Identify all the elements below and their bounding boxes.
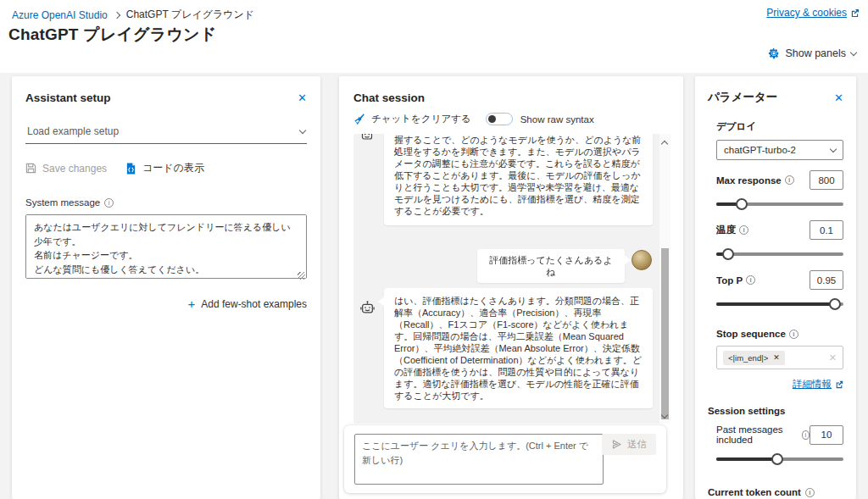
- broom-icon: [353, 114, 365, 125]
- more-info-link[interactable]: 詳細情報: [708, 378, 843, 391]
- chat-session-title: Chat session: [353, 91, 425, 104]
- top-p-input[interactable]: [810, 270, 843, 290]
- show-raw-syntax-toggle[interactable]: [486, 113, 513, 125]
- parameters-title: パラメーター: [708, 90, 777, 105]
- breadcrumb-root-link[interactable]: Azure OpenAI Studio: [12, 9, 108, 21]
- max-response-input[interactable]: [810, 170, 843, 190]
- save-icon: [25, 163, 36, 174]
- load-example-dropdown[interactable]: Load example setup: [25, 121, 307, 144]
- send-button[interactable]: 送信: [602, 434, 656, 455]
- chevron-down-icon: [830, 145, 837, 152]
- save-changes-button[interactable]: Save changes: [25, 163, 107, 175]
- chat-messages-area: タを丁寧に見ることが大切です。データの傾向や特徴を把握することで、どのようなモデ…: [353, 134, 670, 424]
- toggle-knob: [488, 115, 496, 123]
- show-raw-syntax-label: Show raw syntax: [520, 114, 594, 125]
- user-message-text: 評価指標ってたくさんあるよね: [489, 255, 612, 277]
- gear-icon: [768, 47, 780, 59]
- add-few-shot-button[interactable]: Add few-shot examples: [25, 297, 307, 310]
- slider-fill: [716, 457, 777, 461]
- assistant-message: タを丁寧に見ることが大切です。データの傾向や特徴を把握することで、どのようなモデ…: [384, 134, 653, 225]
- view-code-button[interactable]: コードの表示: [125, 161, 204, 175]
- slider-thumb[interactable]: [771, 453, 783, 465]
- assistant-message: はい、評価指標はたくさんあります。分類問題の場合、正解率（Accuracy）、適…: [384, 288, 653, 408]
- stop-sequence-label: Stop sequence: [716, 329, 786, 339]
- temperature-label: 温度: [716, 224, 736, 236]
- scroll-up-icon[interactable]: [661, 141, 668, 147]
- past-messages-slider[interactable]: [716, 453, 843, 465]
- slider-thumb[interactable]: [736, 198, 748, 210]
- user-message: 評価指標ってたくさんあるよね: [477, 249, 625, 283]
- code-file-icon: [125, 163, 136, 175]
- past-messages-input[interactable]: [810, 425, 843, 445]
- assistant-setup-panel: Assistant setup Load example setup Save …: [12, 76, 320, 499]
- breadcrumb: Azure OpenAI Studio ChatGPT プレイグラウンド: [12, 8, 254, 22]
- deploy-label: デプロイ: [716, 120, 843, 133]
- stop-sequence-field[interactable]: <|im_end|>: [716, 346, 843, 369]
- robot-icon: [359, 134, 375, 142]
- assistant-setup-title: Assistant setup: [25, 91, 111, 104]
- user-avatar: [632, 250, 652, 270]
- clear-field-icon[interactable]: [829, 352, 837, 363]
- user-query-input[interactable]: [354, 434, 604, 485]
- stop-sequence-chip-text: <|im_end|>: [728, 353, 768, 363]
- view-code-label: コードの表示: [142, 161, 204, 175]
- past-messages-label: Past messages included: [716, 424, 798, 445]
- close-parameters-icon[interactable]: [834, 92, 843, 103]
- chat-session-panel: Chat session チャットをクリアする Show raw syntax …: [339, 76, 683, 499]
- privacy-cookies-label: Privacy & cookies: [766, 7, 847, 19]
- stop-sequence-chip: <|im_end|>: [723, 351, 785, 365]
- load-example-value: Load example setup: [27, 125, 119, 137]
- show-panels-button[interactable]: Show panels: [768, 47, 856, 59]
- top-p-slider[interactable]: [716, 298, 843, 310]
- deployment-value: chatGPT-turbo-2: [724, 145, 796, 155]
- max-response-slider[interactable]: [716, 198, 843, 210]
- temperature-input[interactable]: [810, 220, 843, 240]
- assistant-message-text: はい、評価指標はたくさんあります。分類問題の場合、正解率（Accuracy）、適…: [394, 296, 642, 401]
- more-info-label: 詳細情報: [793, 378, 832, 391]
- add-few-shot-label: Add few-shot examples: [201, 298, 307, 310]
- chat-scrollbar[interactable]: [659, 134, 670, 424]
- resize-grip-icon[interactable]: [298, 272, 305, 280]
- parameters-panel: パラメーター デプロイ chatGPT-turbo-2 Max response: [695, 76, 856, 499]
- bubble-tail: [378, 297, 385, 307]
- chat-input-card: 送信: [344, 425, 666, 493]
- breadcrumb-current: ChatGPT プレイグラウンド: [126, 8, 254, 22]
- token-count-label: Current token count: [708, 487, 801, 497]
- privacy-cookies-link[interactable]: Privacy & cookies: [766, 7, 860, 19]
- info-icon[interactable]: [805, 488, 815, 497]
- system-message-label: System message: [25, 197, 100, 208]
- scrollbar-thumb[interactable]: [661, 248, 669, 419]
- info-icon[interactable]: [104, 198, 114, 208]
- info-icon[interactable]: [739, 225, 748, 235]
- slider-fill: [716, 302, 835, 306]
- close-assistant-setup-icon[interactable]: [298, 92, 307, 103]
- slider-thumb[interactable]: [829, 298, 841, 310]
- top-p-label: Top P: [716, 275, 743, 286]
- chevron-down-icon: [850, 48, 857, 55]
- remove-chip-icon[interactable]: [773, 353, 780, 362]
- temperature-slider[interactable]: [716, 248, 843, 260]
- max-response-label: Max response: [716, 175, 782, 186]
- info-icon[interactable]: [789, 330, 798, 339]
- save-changes-label: Save changes: [42, 163, 107, 175]
- chevron-down-icon: [299, 126, 306, 133]
- info-icon[interactable]: [785, 175, 794, 185]
- breadcrumb-chevron-icon: [113, 11, 120, 18]
- session-settings-title: Session settings: [708, 406, 843, 416]
- clear-chat-button[interactable]: チャットをクリアする: [353, 113, 471, 125]
- info-icon[interactable]: [746, 275, 755, 285]
- page-title: ChatGPT プレイグラウンド: [8, 24, 216, 46]
- send-icon: [611, 439, 622, 450]
- external-link-icon: [835, 380, 843, 389]
- slider-thumb[interactable]: [722, 248, 734, 260]
- deployment-select[interactable]: chatGPT-turbo-2: [716, 140, 843, 160]
- slider-track: [716, 252, 843, 256]
- system-message-textarea[interactable]: あなたはユーザクエリに対してフレンドリーに答える優しい少年です。 名前はチャージ…: [25, 214, 307, 279]
- show-panels-label: Show panels: [785, 47, 846, 59]
- plus-icon: [188, 297, 196, 310]
- page-header: Azure OpenAI Studio ChatGPT プレイグラウンド Pri…: [0, 0, 868, 73]
- assistant-message-text: タを丁寧に見ることが大切です。データの傾向や特徴を把握することで、どのようなモデ…: [394, 134, 641, 216]
- send-label: 送信: [627, 438, 647, 451]
- external-link-icon: [850, 8, 860, 18]
- info-icon[interactable]: [802, 430, 810, 440]
